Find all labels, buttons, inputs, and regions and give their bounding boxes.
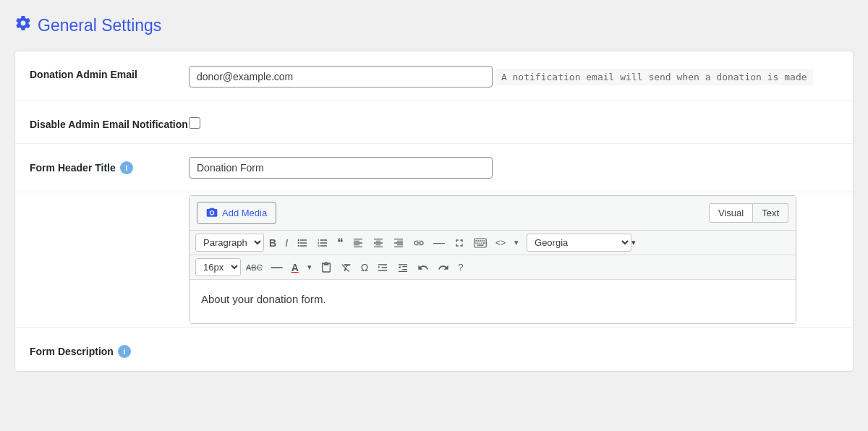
form-description-row: Form Description i bbox=[15, 328, 853, 371]
form-description-label: Form Description i bbox=[30, 341, 189, 358]
ordered-list-button[interactable] bbox=[313, 235, 332, 251]
toolbar-row-1: Paragraph Heading 1 Heading 2 B I ❝ bbox=[190, 231, 796, 255]
svg-rect-10 bbox=[483, 242, 485, 244]
help-button[interactable]: ? bbox=[454, 260, 467, 275]
email-helper-text: A notification email will send when a do… bbox=[495, 69, 813, 85]
settings-card: Donation Admin Email A notification emai… bbox=[14, 51, 854, 372]
editor-content[interactable]: About your donation form. bbox=[190, 280, 796, 323]
bold-button[interactable]: B bbox=[265, 235, 280, 251]
form-header-title-label: Form Header Title i bbox=[30, 157, 189, 174]
italic-button[interactable]: I bbox=[281, 235, 292, 251]
svg-rect-2 bbox=[477, 240, 479, 242]
donation-email-row: Donation Admin Email A notification emai… bbox=[15, 51, 853, 101]
form-description-info-icon[interactable]: i bbox=[118, 345, 131, 358]
checkbox-wrapper bbox=[189, 114, 838, 129]
form-header-title-input[interactable] bbox=[189, 157, 493, 179]
disable-notification-label: Disable Admin Email Notification bbox=[30, 114, 189, 130]
link-button[interactable] bbox=[409, 235, 428, 251]
add-media-label: Add Media bbox=[222, 208, 267, 218]
svg-rect-6 bbox=[475, 242, 477, 244]
text-color-button[interactable]: A bbox=[288, 260, 302, 276]
svg-rect-1 bbox=[475, 240, 477, 242]
code-button[interactable]: <> bbox=[492, 236, 509, 250]
align-center-button[interactable] bbox=[369, 235, 388, 251]
strikethrough-button[interactable]: ABC bbox=[242, 261, 266, 274]
donation-email-field: A notification email will send when a do… bbox=[189, 64, 838, 88]
undo-button[interactable] bbox=[414, 260, 433, 276]
donation-email-input[interactable] bbox=[189, 66, 493, 88]
text-tab[interactable]: Text bbox=[753, 203, 788, 223]
font-size-select[interactable]: 16px 12px 14px 18px 24px bbox=[195, 258, 241, 276]
form-header-title-row: Form Header Title i bbox=[15, 144, 853, 192]
disable-notification-row: Disable Admin Email Notification bbox=[15, 101, 853, 144]
keyboard-button[interactable] bbox=[470, 236, 490, 250]
code-dropdown-button[interactable]: ▾ bbox=[511, 236, 522, 249]
fullscreen-button[interactable] bbox=[450, 235, 469, 251]
paste-button[interactable] bbox=[317, 260, 336, 276]
visual-text-tabs: Visual Text bbox=[709, 203, 788, 223]
donation-email-label: Donation Admin Email bbox=[30, 64, 189, 80]
svg-rect-11 bbox=[477, 244, 484, 246]
toolbar-row-2: 16px 12px 14px 18px 24px ABC — A ▾ bbox=[190, 255, 796, 280]
disable-notification-field bbox=[189, 114, 838, 129]
svg-rect-5 bbox=[484, 240, 485, 242]
svg-rect-8 bbox=[480, 242, 481, 244]
disable-notification-checkbox[interactable] bbox=[189, 117, 200, 129]
form-header-title-field bbox=[189, 157, 838, 179]
add-media-button[interactable]: Add Media bbox=[197, 202, 276, 224]
format-select[interactable]: Paragraph Heading 1 Heading 2 bbox=[195, 234, 264, 252]
hr-button[interactable]: — bbox=[430, 234, 448, 252]
editor-row: Add Media Visual Text Paragraph Heading … bbox=[15, 192, 853, 328]
horizontal-rule-btn2[interactable]: — bbox=[268, 259, 286, 276]
align-right-button[interactable] bbox=[389, 235, 408, 251]
font-select[interactable]: Georgia Arial Times New Roman bbox=[527, 234, 631, 252]
editor-label-spacer bbox=[30, 195, 189, 200]
unordered-list-button[interactable] bbox=[293, 235, 312, 251]
gear-icon bbox=[14, 14, 32, 36]
editor-toolbar-top: Add Media Visual Text bbox=[190, 196, 796, 231]
svg-rect-3 bbox=[480, 240, 481, 242]
editor-container: Add Media Visual Text Paragraph Heading … bbox=[189, 195, 796, 324]
blockquote-button[interactable]: ❝ bbox=[333, 234, 347, 252]
editor-field: Add Media Visual Text Paragraph Heading … bbox=[189, 195, 838, 324]
svg-rect-4 bbox=[482, 240, 483, 242]
page-header: General Settings bbox=[14, 14, 854, 36]
form-header-info-icon[interactable]: i bbox=[120, 161, 133, 174]
visual-tab[interactable]: Visual bbox=[709, 203, 753, 223]
text-color-dropdown[interactable]: ▾ bbox=[304, 260, 315, 274]
font-dropdown-icon: ▾ bbox=[631, 238, 636, 247]
align-left-button[interactable] bbox=[349, 235, 367, 251]
indent-button[interactable] bbox=[373, 260, 392, 276]
svg-rect-9 bbox=[481, 242, 482, 244]
redo-button[interactable] bbox=[434, 260, 453, 276]
outdent-button[interactable] bbox=[393, 260, 412, 276]
svg-rect-7 bbox=[477, 242, 479, 244]
special-chars-button[interactable]: Ω bbox=[357, 260, 372, 276]
clear-format-button[interactable] bbox=[337, 260, 356, 276]
page-title: General Settings bbox=[38, 16, 161, 35]
add-media-icon bbox=[206, 206, 218, 220]
